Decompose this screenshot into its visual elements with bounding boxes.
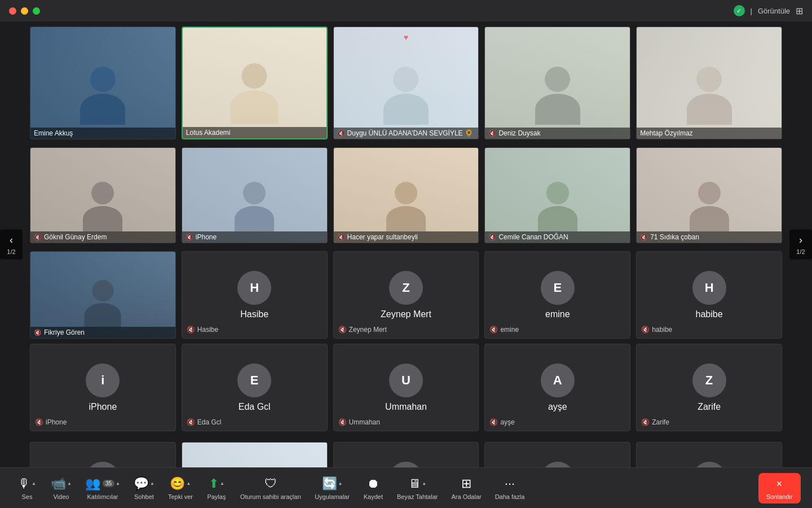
participant-mute-label: 🔇 emine <box>485 326 630 334</box>
mute-icon: 🔇 <box>187 418 195 426</box>
participant-cell[interactable]: 🔇 Deniz Duysak <box>484 27 630 139</box>
participant-cell[interactable]: E emine 🔇 emine <box>484 251 630 339</box>
participant-cell[interactable]: 🔇 71 Sıdıka çoban <box>636 147 782 243</box>
mute-name-text: Ummahan <box>349 418 380 426</box>
nav-arrow-right[interactable]: › 1/2 <box>789 230 812 260</box>
end-button[interactable]: ✕ Sonlandır <box>758 473 801 503</box>
mute-name-text: Zeynep Mert <box>349 326 387 334</box>
record-button[interactable]: ⏺ Kaydet <box>358 473 389 503</box>
participant-name-text: iPhone <box>196 233 217 241</box>
breakout-button[interactable]: ⊞ Ara Odalar <box>445 473 487 503</box>
participant-cell[interactable]: 🔇 Hacer yapar sultanbeyli <box>333 147 479 243</box>
title-bar-right: ✓ | Görüntüle ⊞ <box>734 5 803 16</box>
participant-cell[interactable]: 🔇 Cemile Canan DOĞAN <box>484 147 630 243</box>
maximize-button[interactable] <box>33 7 40 15</box>
participant-cell[interactable]: A ayşe 🔇 ayşe <box>484 344 630 431</box>
participant-cell[interactable]: Mehtap Özyılmaz <box>636 27 782 139</box>
close-button[interactable] <box>9 7 16 15</box>
grid-view-icon[interactable]: ⊞ <box>796 6 803 16</box>
mute-name-text: iPhone <box>46 418 67 426</box>
ses-button[interactable]: 🎙 ▲ Ses <box>11 473 43 503</box>
participant-cell[interactable]: 🔇 Fikriye Gören <box>30 251 176 339</box>
participants-caret[interactable]: ▲ <box>116 481 120 486</box>
participant-cell[interactable]: 🔇 Suzan Küçük <box>182 442 328 467</box>
share-icon: ⬆ <box>209 476 219 491</box>
mute-icon: 🔇 <box>338 418 347 426</box>
mute-icon: 🔇 <box>641 326 650 334</box>
participant-cell[interactable]: H Hasibe 🔇 Hasibe <box>182 251 328 339</box>
participant-cell[interactable]: Z Zeynep Mert 🔇 Zeynep Mert <box>333 251 479 339</box>
participant-mute-label: 🔇 iPhone <box>30 418 175 426</box>
mute-name-text: Eda Gcl <box>197 418 222 426</box>
ses-caret[interactable]: ▲ <box>32 481 36 486</box>
participant-mute-label: 🔇 Ummahan <box>334 418 479 426</box>
video-feed <box>485 148 630 243</box>
participant-cell[interactable]: ♥ 🔇 Duygu ÜNLÜ ADANA'DAN SEVGİYLE 🌻 <box>333 27 479 139</box>
apps-label: Uygulamalar <box>315 493 350 500</box>
chat-caret[interactable]: ▲ <box>150 481 155 486</box>
divider: | <box>751 7 752 15</box>
share-caret[interactable]: ▲ <box>220 481 224 486</box>
nav-arrow-left[interactable]: ‹ 1/2 <box>0 230 23 260</box>
participant-cell[interactable]: i iPhone 🔇 iPhone <box>30 344 176 431</box>
participant-name-text: Göknil Günay Erdem <box>44 233 107 241</box>
participant-name-text: Cemile Canan DOĞAN <box>498 233 568 241</box>
more-label: Daha fazla <box>495 493 525 500</box>
mute-name-text: Zarife <box>652 418 669 426</box>
video-label: Video <box>53 493 69 500</box>
participant-cell[interactable]: E eliif 🔇 eliif <box>333 442 479 467</box>
mute-icon: 🔇 <box>337 234 345 241</box>
host-tools-icon: 🛡 <box>264 476 277 491</box>
participant-cell[interactable]: H habibe 🔇 habibe <box>636 251 782 339</box>
whiteboard-caret[interactable]: ▲ <box>422 481 426 486</box>
participant-cell[interactable]: 🔇 iPhone <box>182 147 328 243</box>
participant-cell-active[interactable]: Lotus Akademi <box>182 27 328 139</box>
participant-avatar: i <box>86 364 120 397</box>
mute-icon: 🔇 <box>488 234 496 241</box>
participant-cell[interactable]: 🔇 Göknil Günay Erdem <box>30 147 176 243</box>
video-feed <box>182 443 327 467</box>
participant-cell[interactable]: R Rabia iPhone'u 🔇 Rabia iPhone'u <box>30 442 176 467</box>
minimize-button[interactable] <box>21 7 28 15</box>
participant-cell[interactable]: F Funda Özdemir 🔇 Funda Özdemir <box>636 442 782 467</box>
end-icon: ✕ <box>772 476 787 491</box>
apps-button[interactable]: 🔄 ▲ Uygulamalar <box>309 473 355 503</box>
participant-name-text: Deniz Duysak <box>498 129 540 137</box>
apps-caret[interactable]: ▲ <box>338 481 343 486</box>
mute-icon: 🔇 <box>35 418 43 426</box>
share-label: Paylaş <box>207 493 226 500</box>
ses-label: Ses <box>22 493 33 500</box>
participant-name: 🔇 iPhone <box>182 231 327 243</box>
participant-name: Mehtap Özyılmaz <box>637 128 782 139</box>
participant-name-text: 71 Sıdıka çoban <box>650 233 699 241</box>
video-button[interactable]: 📹 ▲ Video <box>45 473 77 503</box>
participant-name-text: Mehtap Özyılmaz <box>640 129 692 137</box>
shield-icon: ✓ <box>734 5 745 16</box>
video-icon: 📹 <box>51 476 66 491</box>
participant-name: Emine Akkuş <box>30 128 175 139</box>
reactions-caret[interactable]: ▲ <box>186 481 191 486</box>
participant-cell[interactable]: Z Zarife 🔇 Zarife <box>636 344 782 431</box>
chat-button[interactable]: 💬 ▲ Sohbet <box>128 473 160 503</box>
chat-icon: 💬 <box>134 476 149 491</box>
participant-avatar: F <box>692 462 726 468</box>
participant-mute-label: 🔇 Zeynep Mert <box>334 326 479 334</box>
participant-display-name: habibe <box>691 309 727 319</box>
participant-cell[interactable]: Emine Akkuş <box>30 27 176 139</box>
reactions-button[interactable]: 😊 ▲ Tepki ver <box>162 473 198 503</box>
participant-avatar: H <box>237 271 271 305</box>
apps-icon: 🔄 <box>322 476 337 491</box>
participant-cell[interactable]: Ş şerife uzun 🔇 şerife uzun <box>484 442 630 467</box>
share-button[interactable]: ⬆ ▲ Paylaş <box>201 473 232 503</box>
video-feed <box>485 27 630 139</box>
participant-avatar: Z <box>692 364 726 397</box>
whiteboard-button[interactable]: 🖥 ▲ Beyaz Tahtalar <box>391 473 444 503</box>
more-button[interactable]: ··· Daha fazla <box>489 473 531 503</box>
participant-display-name: ayşe <box>544 402 572 412</box>
participant-cell[interactable]: E Eda Gcl 🔇 Eda Gcl <box>182 344 328 431</box>
participants-button[interactable]: 👥 35 ▲ Katılımcılar <box>80 473 126 503</box>
video-caret[interactable]: ▲ <box>67 481 72 486</box>
participant-name-text: Hacer yapar sultanbeyli <box>347 233 418 241</box>
host-tools-button[interactable]: 🛡 Oturum sahibi araçları <box>235 473 307 503</box>
participant-cell[interactable]: U Ummahan 🔇 Ummahan <box>333 344 479 431</box>
